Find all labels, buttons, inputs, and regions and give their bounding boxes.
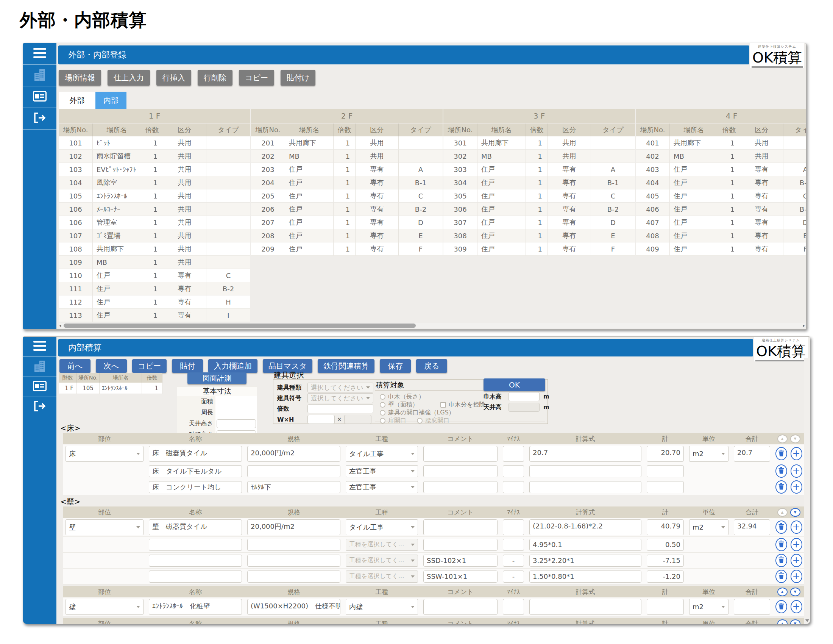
- place-row[interactable]: 204住戸1専有B-1: [251, 176, 442, 189]
- toolbar-button-戻る[interactable]: 戻る: [416, 359, 447, 373]
- toolbar-button-前へ[interactable]: 前へ: [60, 359, 90, 373]
- spec-input[interactable]: [247, 570, 340, 583]
- place-row[interactable]: 305住戸1専有C: [443, 189, 635, 203]
- subtotal-input[interactable]: -7.15: [647, 555, 684, 567]
- comment-input[interactable]: SSW-101×1: [423, 570, 497, 583]
- formula-input[interactable]: 3.25*2.20*1: [529, 555, 642, 567]
- toolbar-button-貼付[interactable]: 貼付: [172, 359, 203, 373]
- sidebar-item-logout[interactable]: [23, 108, 56, 130]
- add-row-button[interactable]: +: [791, 538, 802, 551]
- toolbar-button-コピー[interactable]: コピー: [239, 70, 274, 85]
- habaki-height-input[interactable]: [508, 392, 540, 401]
- subtotal-input[interactable]: -1.20: [647, 570, 684, 583]
- place-row[interactable]: 106ﾒｰﾙｺｰﾅｰ1共用: [59, 203, 250, 216]
- place-row[interactable]: 107ｺﾞﾐ置場1共用: [59, 229, 250, 242]
- fitting-height-input[interactable]: [344, 415, 371, 424]
- scroll-down-arrow-icon[interactable]: [806, 619, 809, 622]
- comment-input[interactable]: SSD-102×1: [423, 555, 497, 567]
- spec-input[interactable]: [247, 465, 340, 477]
- name-input[interactable]: [149, 539, 242, 551]
- place-row[interactable]: 104風除室1共用: [59, 176, 250, 189]
- delete-row-button[interactable]: [775, 538, 787, 551]
- add-row-button[interactable]: +: [791, 570, 802, 583]
- place-row[interactable]: 309住戸1専有F: [443, 242, 635, 256]
- comment-input[interactable]: [423, 539, 497, 551]
- sidebar-item-menu[interactable]: [23, 337, 56, 357]
- sidebar-item-id-card[interactable]: [23, 86, 56, 108]
- measure-drawing-button[interactable]: 図面計測: [187, 372, 246, 384]
- toolbar-button-貼付け[interactable]: 貼付け: [281, 70, 315, 85]
- place-row[interactable]: 402MB1共用: [636, 150, 806, 163]
- name-input[interactable]: 床 磁器質タイル: [149, 446, 242, 462]
- place-row[interactable]: 101ﾋﾟｯﾄ1共用: [59, 136, 250, 150]
- place-row[interactable]: 304住戸1専有B-1: [443, 176, 635, 189]
- place-row[interactable]: 209住戸1専有F: [251, 242, 442, 256]
- place-row[interactable]: 301共用廊下1共用: [443, 136, 635, 150]
- name-input[interactable]: [149, 555, 242, 567]
- ceiling-height-input[interactable]: [508, 402, 540, 412]
- place-row[interactable]: 408住戸1専有E: [636, 229, 806, 242]
- place-row[interactable]: 307住戸1専有D: [443, 216, 635, 229]
- fitting-code-select[interactable]: 選択してください: [307, 393, 373, 403]
- minus-input[interactable]: [503, 481, 524, 493]
- sidebar-item-logout[interactable]: [23, 397, 56, 417]
- subtotal-input[interactable]: [647, 599, 684, 615]
- toolbar-button-次へ[interactable]: 次へ: [96, 359, 127, 373]
- name-input[interactable]: 床 コンクリート均し: [149, 481, 242, 493]
- subtotal-input[interactable]: 0.50: [647, 539, 684, 551]
- place-row[interactable]: 207住戸1専有D: [251, 216, 442, 229]
- place-row[interactable]: 206住戸1専有B-2: [251, 203, 442, 216]
- move-up-button[interactable]: ▲: [777, 435, 788, 443]
- fitting-multiplier-input[interactable]: [307, 404, 373, 413]
- formula-input[interactable]: (21.02-0.8-1.68)*2.2: [529, 519, 642, 535]
- total-input[interactable]: 20.7: [734, 446, 770, 462]
- fitting-width-input[interactable]: [307, 415, 335, 424]
- delete-row-button[interactable]: [775, 480, 787, 494]
- place-row[interactable]: 112住戸1専有H: [59, 295, 250, 309]
- scroll-left-arrow-icon[interactable]: ◂: [59, 323, 61, 328]
- add-row-button[interactable]: +: [791, 520, 802, 534]
- toolbar-button-入力欄追加[interactable]: 入力欄追加: [208, 359, 257, 373]
- ok-button[interactable]: OK: [484, 378, 545, 391]
- scrollbar-thumb[interactable]: [64, 324, 416, 328]
- work-select[interactable]: 工種を選択してく…: [346, 539, 418, 551]
- work-select[interactable]: タイル工事: [346, 519, 418, 535]
- add-row-button[interactable]: +: [791, 600, 802, 613]
- name-input[interactable]: [149, 570, 242, 583]
- radio-wall-area[interactable]: [380, 402, 386, 407]
- delete-row-button[interactable]: [775, 447, 787, 460]
- toolbar-button-保存[interactable]: 保存: [380, 359, 411, 373]
- radio-lgs-reinforce[interactable]: [380, 410, 386, 415]
- move-up-button[interactable]: ▲: [777, 508, 788, 517]
- comment-input[interactable]: [423, 465, 497, 477]
- delete-row-button[interactable]: [775, 554, 787, 567]
- formula-input[interactable]: 1.50*0.80*1: [529, 570, 642, 583]
- place-row[interactable]: 401共用廊下1共用: [636, 136, 806, 150]
- name-input[interactable]: 床 タイル下モルタル: [149, 465, 242, 477]
- place-row[interactable]: 406住戸1専有B-2: [636, 203, 806, 216]
- spec-input[interactable]: (W1500×H2200) 仕様不明: [247, 599, 340, 615]
- sidebar-item-id-card[interactable]: [23, 377, 56, 397]
- toolbar-button-鉄骨関連積算[interactable]: 鉄骨関連積算: [318, 359, 375, 373]
- move-down-button[interactable]: ▼: [790, 588, 801, 596]
- unit-select[interactable]: m2: [689, 599, 728, 615]
- place-row[interactable]: 409住戸1専有F: [636, 242, 806, 256]
- place-row[interactable]: 205住戸1専有C: [251, 189, 442, 203]
- radio-habaki-length[interactable]: [380, 394, 386, 400]
- fitting-type-select[interactable]: 選択してください: [307, 383, 373, 393]
- formula-input[interactable]: 4.95*0.1: [529, 539, 642, 551]
- vertical-scrollbar[interactable]: [804, 358, 810, 624]
- move-down-button[interactable]: ▼: [790, 619, 801, 625]
- minus-input[interactable]: [503, 539, 524, 551]
- sidebar-item-building[interactable]: [23, 65, 56, 86]
- total-input[interactable]: [734, 599, 770, 615]
- place-row[interactable]: 111住戸1専有B-2: [59, 282, 250, 295]
- toolbar-button-場所情報[interactable]: 場所情報: [59, 70, 101, 85]
- place-row[interactable]: 113住戸1専有I: [59, 309, 250, 322]
- place-row[interactable]: 105ｴﾝﾄﾗﾝｽﾎｰﾙ1共用: [59, 189, 250, 203]
- toolbar-button-仕上入力[interactable]: 仕上入力: [108, 70, 150, 85]
- spec-input[interactable]: ﾓﾙﾀﾙ下: [247, 481, 340, 493]
- radio-window-opening[interactable]: [417, 418, 423, 423]
- formula-input[interactable]: [529, 465, 642, 477]
- part-select[interactable]: 壁: [66, 599, 143, 615]
